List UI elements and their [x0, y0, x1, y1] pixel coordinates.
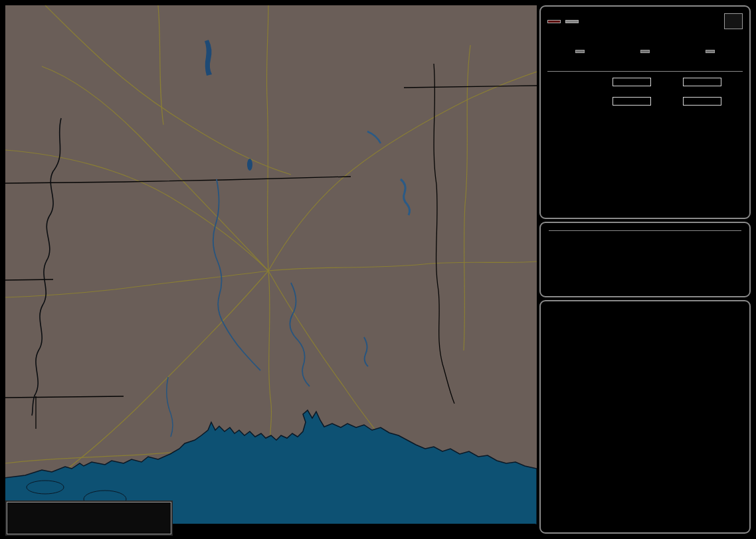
ic-neg-bar [683, 97, 721, 106]
clock-panel [539, 222, 751, 297]
intracloud-row [547, 97, 743, 106]
stats-panel [539, 300, 751, 534]
noise-button[interactable] [565, 20, 579, 23]
map-graphics [5, 5, 537, 524]
datetime-display [549, 228, 741, 231]
cg-neg-bar [683, 78, 721, 86]
ic-pos-bar [613, 97, 651, 106]
distribution-title [547, 69, 743, 72]
app-window: { "header": { "strike_label": "STRIKE", … [0, 0, 756, 539]
map-canvas[interactable] [5, 5, 537, 524]
noises-per-min-button[interactable] [706, 50, 715, 53]
cloud-ground-row [547, 78, 743, 86]
strikes-column [547, 44, 613, 58]
close-column [613, 44, 678, 58]
cg-pos-bar [613, 78, 651, 86]
noises-column [678, 44, 743, 58]
close-per-min-button[interactable] [640, 50, 650, 53]
counters-panel [539, 5, 751, 219]
map-legend [7, 502, 171, 534]
strike-button[interactable] [547, 20, 561, 23]
trend-graph [542, 365, 748, 531]
bearing-display [724, 13, 743, 29]
strikes-per-min-button[interactable] [575, 50, 585, 53]
